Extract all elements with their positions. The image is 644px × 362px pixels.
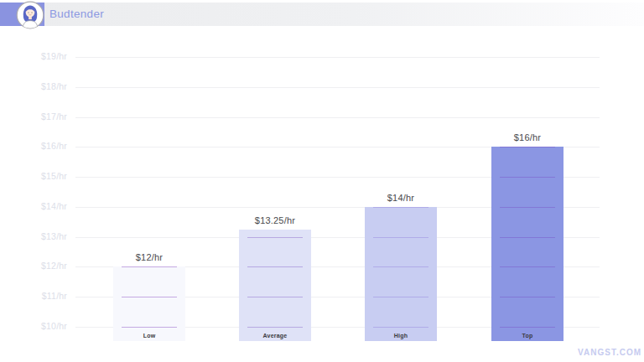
y-tick-label: $16/hr bbox=[15, 141, 67, 151]
bar-value-label: $12/hr bbox=[113, 252, 185, 264]
wage-bar-chart: $10/hr$11/hr$12/hr$13/hr$14/hr$15/hr$16/… bbox=[0, 0, 644, 362]
bar-category-label: Average bbox=[239, 333, 311, 339]
y-gridline bbox=[75, 57, 600, 58]
y-gridline bbox=[75, 117, 600, 118]
bar-category-label: Top bbox=[491, 333, 564, 339]
bar-inner-line bbox=[247, 327, 303, 328]
bar-inner-line bbox=[122, 266, 177, 267]
bar-inner-line bbox=[373, 266, 428, 267]
bar-inner-line bbox=[247, 266, 303, 267]
bar-inner-line bbox=[247, 297, 303, 297]
y-tick-label: $17/hr bbox=[15, 111, 67, 122]
bar-inner-line bbox=[373, 237, 428, 238]
watermark: VANGST.COM bbox=[541, 348, 641, 357]
y-tick-label: $14/hr bbox=[15, 201, 67, 211]
y-tick-label: $11/hr bbox=[15, 291, 67, 301]
bar-inner-line bbox=[500, 297, 555, 297]
bar-value-label: $14/hr bbox=[365, 193, 437, 204]
y-tick-label: $19/hr bbox=[15, 51, 67, 61]
bar-inner-line bbox=[373, 207, 428, 208]
bar-inner-line bbox=[500, 266, 555, 267]
y-tick-label: $13/hr bbox=[15, 231, 67, 241]
bar-inner-line bbox=[500, 327, 555, 328]
bar-category-label: Low bbox=[113, 333, 185, 339]
bar-inner-line bbox=[500, 147, 555, 147]
bar-value-label: $16/hr bbox=[491, 132, 564, 144]
bar-inner-line bbox=[373, 297, 428, 297]
bar-inner-line bbox=[500, 237, 555, 238]
y-tick-label: $15/hr bbox=[15, 171, 67, 181]
bar-inner-line bbox=[500, 177, 555, 178]
y-tick-label: $12/hr bbox=[15, 261, 67, 271]
page: Budtender $10/hr$11/hr$12/hr$13/hr$14/hr… bbox=[0, 0, 644, 362]
bar-inner-line bbox=[373, 327, 428, 328]
wage-bar-top: Top bbox=[491, 147, 564, 341]
bar-inner-line bbox=[247, 237, 303, 238]
bar-inner-line bbox=[122, 297, 177, 297]
bar-inner-line bbox=[122, 327, 177, 328]
bar-value-label: $13.25/hr bbox=[239, 215, 311, 227]
y-gridline bbox=[75, 87, 600, 88]
wage-bar-high: High bbox=[365, 207, 437, 341]
bar-category-label: High bbox=[365, 333, 437, 339]
bar-inner-line bbox=[500, 207, 555, 208]
wage-bar-average: Average bbox=[239, 230, 311, 341]
y-tick-label: $18/hr bbox=[15, 81, 67, 91]
y-tick-label: $10/hr bbox=[15, 321, 67, 331]
wage-bar-low: Low bbox=[113, 266, 185, 341]
